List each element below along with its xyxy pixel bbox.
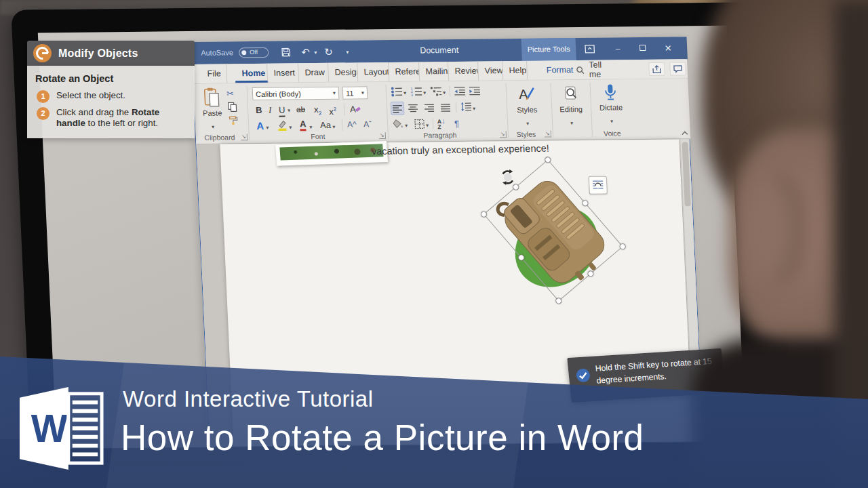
share-icon xyxy=(652,64,662,73)
tab-mailings[interactable]: Mailings xyxy=(419,62,449,81)
word-logo: W xyxy=(18,384,104,473)
numbering-caret-icon[interactable]: ▾ xyxy=(423,89,426,96)
bullets-caret-icon[interactable]: ▾ xyxy=(403,90,406,96)
microphone-icon xyxy=(604,83,618,101)
sort-button[interactable]: A↓ Z xyxy=(437,118,446,129)
paste-label: Paste xyxy=(200,108,225,119)
layout-options-icon xyxy=(592,180,604,191)
superscript-button[interactable]: x2 xyxy=(329,104,337,117)
line-spacing-caret-icon[interactable]: ▾ xyxy=(473,106,475,112)
multilevel-caret-icon[interactable]: ▾ xyxy=(443,89,446,96)
step-1-badge: 1 xyxy=(37,90,50,103)
clipboard-group-label: Clipboard xyxy=(199,133,241,142)
bold-button[interactable]: B xyxy=(256,104,262,116)
highlight-caret-icon[interactable]: ▾ xyxy=(289,124,292,130)
styles-group-label: Styles xyxy=(509,130,544,139)
scrollbar-thumb[interactable] xyxy=(682,142,690,206)
svg-text:3: 3 xyxy=(411,93,413,97)
editing-caret-icon: ▾ xyxy=(570,120,573,126)
tab-review[interactable]: Review xyxy=(448,62,479,81)
picture-tools-label: Picture Tools xyxy=(521,38,576,61)
step-2-badge: 2 xyxy=(37,107,50,120)
font-size-caret-icon: ▾ xyxy=(361,89,364,96)
tell-me-label: Tell me xyxy=(589,60,614,79)
change-case-button[interactable]: Aa xyxy=(320,119,332,131)
comments-button[interactable] xyxy=(669,62,686,75)
tab-home[interactable]: Home xyxy=(235,64,268,83)
tab-view[interactable]: View xyxy=(478,61,503,80)
text-effects-button[interactable]: A xyxy=(256,120,264,131)
styles-button[interactable]: A Styles ▾ xyxy=(510,84,545,127)
maximize-button[interactable] xyxy=(631,37,652,60)
italic-button[interactable]: I xyxy=(269,104,272,116)
align-right-button[interactable] xyxy=(425,104,435,112)
subscript-button[interactable]: x2 xyxy=(314,104,322,119)
dictate-button[interactable]: Dictate ▾ xyxy=(594,83,629,126)
font-dialog-launcher-icon[interactable]: ↘ xyxy=(379,132,386,139)
underline-caret-icon[interactable]: ▾ xyxy=(288,107,290,113)
justify-button[interactable] xyxy=(441,104,451,112)
font-name-combo[interactable]: Calibri (Body) ▾ xyxy=(252,87,340,100)
format-painter-icon[interactable] xyxy=(228,115,239,125)
borders-button[interactable] xyxy=(414,119,425,129)
tab-references[interactable]: References xyxy=(389,62,420,81)
tab-insert[interactable]: Insert xyxy=(267,63,299,82)
styles-dialog-launcher-icon[interactable]: ↘ xyxy=(545,130,551,137)
dictate-label: Dictate xyxy=(595,102,628,113)
clipboard-dialog-launcher-icon[interactable]: ↘ xyxy=(241,134,248,140)
cut-icon[interactable]: ✂ xyxy=(226,87,235,99)
tutorial-panel-body: Rotate an Object 1 Select the object. 2 … xyxy=(27,66,195,138)
font-color-caret-icon[interactable]: ▾ xyxy=(309,124,312,130)
tutorial-step-1: 1 Select the object. xyxy=(35,90,186,102)
editing-button[interactable]: Editing ▾ xyxy=(554,83,589,127)
text-effects-caret-icon[interactable]: ▾ xyxy=(266,125,269,131)
minimize-button[interactable]: – xyxy=(607,37,628,60)
tab-layout[interactable]: Layout xyxy=(357,62,389,81)
paragraph-dialog-launcher-icon[interactable]: ↘ xyxy=(500,131,507,138)
shading-caret-icon[interactable]: ▾ xyxy=(405,123,408,129)
font-size-combo[interactable]: 11 ▾ xyxy=(342,86,368,99)
rotate-handle[interactable] xyxy=(498,169,517,186)
tab-design[interactable]: Design xyxy=(328,62,358,81)
tab-draw[interactable]: Draw xyxy=(298,63,329,82)
increase-indent-button[interactable] xyxy=(469,86,481,96)
check-circle-icon xyxy=(575,367,591,383)
customguide-logo-icon xyxy=(33,44,52,62)
align-center-button[interactable] xyxy=(408,104,418,113)
align-left-button[interactable] xyxy=(391,102,405,115)
font-group-label: Font xyxy=(291,132,346,141)
underline-button[interactable]: U xyxy=(279,104,285,117)
change-case-caret-icon[interactable]: ▾ xyxy=(332,124,335,130)
highlight-button[interactable] xyxy=(277,120,288,131)
layout-options-button[interactable] xyxy=(589,176,608,195)
line-spacing-button[interactable] xyxy=(460,102,472,112)
multilevel-list-button[interactable] xyxy=(431,86,443,96)
tab-help[interactable]: Help xyxy=(502,61,528,80)
pilcrow-button[interactable]: ¶ xyxy=(454,118,460,129)
tab-file[interactable]: File xyxy=(201,64,227,83)
numbering-button[interactable]: 123 xyxy=(411,86,423,96)
paste-button[interactable]: Paste ▾ xyxy=(199,87,226,131)
dictate-caret-icon: ▾ xyxy=(610,119,613,125)
font-name-value: Calibri (Body) xyxy=(256,89,301,98)
shrink-font-button[interactable]: Aˇ xyxy=(363,119,372,130)
strikethrough-button[interactable]: ab xyxy=(296,104,306,115)
shading-button[interactable] xyxy=(393,119,404,129)
share-button[interactable] xyxy=(648,62,665,76)
font-color-button[interactable]: A xyxy=(300,119,307,131)
bullets-button[interactable] xyxy=(391,87,403,97)
comment-icon xyxy=(673,64,683,73)
tell-me-box[interactable]: Tell me xyxy=(576,59,686,79)
grow-font-button[interactable]: A^ xyxy=(347,119,357,130)
banner-title: How to Rotate a Picture in Word xyxy=(121,417,644,458)
collapse-ribbon-icon[interactable] xyxy=(682,130,688,136)
step-2-text: Click and drag the Rotate handle to the … xyxy=(56,107,159,129)
decrease-indent-button[interactable] xyxy=(454,86,466,96)
close-button[interactable]: ✕ xyxy=(657,37,678,59)
word-logo-letter: W xyxy=(31,407,68,450)
clear-formatting-button[interactable]: A xyxy=(350,103,361,115)
copy-icon[interactable] xyxy=(228,102,238,112)
ribbon: Paste ▾ ✂ Clipboard ↘ Calibri ( xyxy=(193,79,690,144)
voice-group-label: Voice xyxy=(596,129,629,137)
borders-caret-icon[interactable]: ▾ xyxy=(426,122,429,128)
